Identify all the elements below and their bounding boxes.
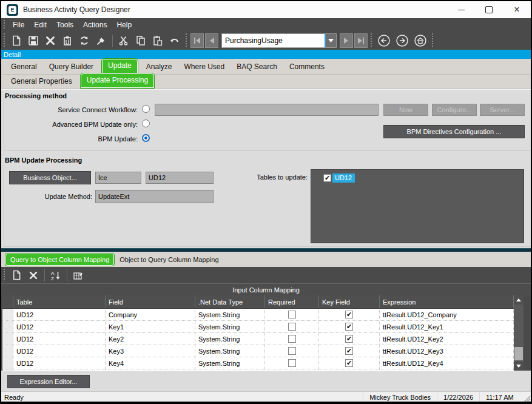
required-checkbox[interactable] [288,311,296,318]
menu-edit[interactable]: Edit [29,19,52,30]
key-field-checkbox[interactable] [345,335,353,343]
required-checkbox[interactable] [288,347,296,355]
scroll-up-button[interactable] [514,295,524,305]
tab-query-builder[interactable]: Query Builder [43,60,99,74]
cell-table[interactable]: UD12 [13,345,106,357]
scrollbar-thumb[interactable] [514,347,523,360]
tab-object-to-query[interactable]: Object to Query Column Mapping [115,254,223,266]
forward-button[interactable] [395,33,409,48]
list-item[interactable]: UD12 [323,173,524,183]
minimize-button[interactable] [447,1,475,18]
menu-tools[interactable]: Tools [52,19,78,30]
cell-expression[interactable]: ttResult.UD12_Key4 [380,357,514,369]
undo-button[interactable] [166,33,183,48]
grid-sort-button[interactable]: AZ [47,268,64,283]
menu-actions[interactable]: Actions [78,19,112,30]
tab-update-processing[interactable]: Update Processing [80,73,155,89]
cell-type[interactable]: System.String [195,357,265,369]
tab-analyze[interactable]: Analyze [140,60,178,74]
required-checkbox[interactable] [288,335,296,343]
column-header-type[interactable]: .Net Data Type [195,295,265,308]
bpm-directives-configuration-button[interactable]: BPM Directives Configuration ... [383,125,525,138]
row-selector[interactable] [2,345,13,357]
close-button[interactable]: × [503,1,531,18]
key-field-checkbox[interactable] [345,311,353,318]
service-connect-workflow-radio[interactable] [142,105,150,113]
advanced-bpm-update-radio[interactable] [142,120,150,127]
home-button[interactable] [413,33,428,48]
row-selector[interactable] [2,321,13,332]
table-checkbox[interactable] [323,174,331,182]
cell-type[interactable]: System.String [195,345,265,357]
grid-edit-button[interactable] [70,268,87,283]
next-record-button[interactable] [340,33,353,48]
column-header-field[interactable]: Field [106,295,195,308]
cell-table[interactable]: UD12 [13,309,106,320]
column-header-required[interactable]: Required [265,295,319,308]
column-header-expression[interactable]: Expression [380,295,514,308]
cell-expression[interactable]: ttResult.UD12_Company [380,309,514,320]
menu-help[interactable]: Help [112,19,136,30]
back-button[interactable] [377,33,391,48]
expression-editor-button[interactable]: Expression Editor... [7,375,90,388]
menu-file[interactable]: File [8,19,29,30]
cell-field[interactable]: Key1 [106,321,195,332]
row-selector[interactable] [2,333,13,345]
scroll-down-button[interactable] [514,362,524,371]
tab-where-used[interactable]: Where Used [178,60,231,74]
save-button[interactable] [25,33,42,48]
cell-expression[interactable]: ttResult.UD12_Key1 [380,321,514,332]
cell-table[interactable]: UD12 [13,333,106,345]
first-record-button[interactable] [190,33,204,48]
required-checkbox[interactable] [288,359,296,367]
tab-general[interactable]: General [5,60,43,74]
refresh-button[interactable] [76,33,93,48]
record-selector-combo[interactable]: PurchasingUsage [221,33,337,48]
tab-update[interactable]: Update [101,58,138,74]
grid-new-row-button[interactable] [8,268,25,283]
grid-vertical-scrollbar[interactable] [514,295,524,371]
table-row: UD12 Key4 System.String ttResult.UD12_Ke… [2,357,524,369]
delete-button[interactable] [42,33,59,48]
copy-button[interactable] [132,33,149,48]
required-checkbox[interactable] [288,323,296,331]
combo-dropdown-button[interactable] [325,34,336,47]
table-name[interactable]: UD12 [332,173,355,183]
table-row: UD12 Key2 System.String ttResult.UD12_Ke… [2,333,524,345]
cell-table[interactable]: UD12 [13,321,106,332]
cell-field[interactable]: Key4 [106,357,195,369]
tab-general-properties[interactable]: General Properties [5,75,78,89]
cell-table[interactable]: UD12 [13,357,106,369]
cell-expression[interactable]: ttResult.UD12_Key3 [380,345,514,357]
new-button[interactable] [8,33,25,48]
tab-query-to-object[interactable]: Query to Object Column Mapping [5,253,115,266]
business-object-button[interactable]: Business Object... [9,171,91,184]
bpm-update-radio[interactable] [142,134,150,142]
tab-baq-search[interactable]: BAQ Search [231,60,283,74]
row-selector[interactable] [2,357,13,369]
cell-type[interactable]: System.String [195,321,265,332]
column-header-table[interactable]: Table [13,295,106,308]
cell-field[interactable]: Key3 [106,345,195,357]
grid-delete-row-button[interactable] [25,268,42,283]
attachment-button[interactable] [59,33,76,48]
key-field-checkbox[interactable] [345,359,353,367]
cell-type[interactable]: System.String [195,333,265,345]
key-field-checkbox[interactable] [345,347,353,355]
last-record-button[interactable] [354,33,368,48]
key-field-checkbox[interactable] [345,323,353,331]
column-header-key-field[interactable]: Key Field [319,295,380,308]
clear-button[interactable] [93,33,110,48]
resize-grip[interactable] [522,392,531,403]
row-selector[interactable] [2,309,13,320]
tab-comments[interactable]: Comments [283,60,331,74]
paste-button[interactable] [149,33,166,48]
cell-expression[interactable]: ttResult.UD12_Key2 [380,333,514,345]
cell-field[interactable]: Company [106,309,195,320]
cell-field[interactable]: Key2 [106,333,195,345]
previous-record-button[interactable] [205,33,218,48]
cut-button[interactable] [115,33,132,48]
cell-type[interactable]: System.String [195,309,265,320]
tables-to-update-list[interactable]: UD12 [311,169,524,243]
maximize-button[interactable] [475,1,503,18]
